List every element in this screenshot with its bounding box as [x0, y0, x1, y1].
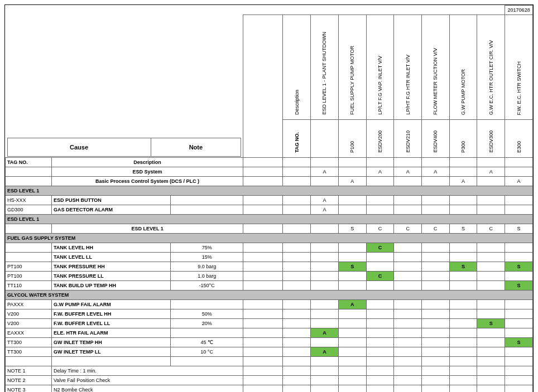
effect-cell: S: [338, 224, 366, 234]
effect-cell: A: [311, 328, 339, 338]
effect-cell: [505, 272, 533, 281]
effect-cell: [394, 347, 422, 357]
effect-cell: A: [422, 167, 450, 177]
eff-desc-5: FLOW METER SUCTION V/V: [422, 15, 450, 120]
effect-cell: [477, 328, 505, 338]
effect-cell: [422, 319, 450, 328]
tag-label: TAG NO.: [6, 158, 52, 167]
eff-desc-8: F.W. E.C. HTR SWITCH: [505, 15, 533, 120]
effect-cell: [477, 366, 505, 376]
effect-cell: A: [311, 347, 339, 357]
effect-cell: [338, 319, 366, 328]
effect-cell: A: [394, 167, 422, 177]
effect-cell: [311, 338, 339, 347]
effect-cell: S: [449, 262, 477, 272]
effect-cell: [311, 253, 339, 262]
effect-cell: [394, 243, 422, 253]
effect-cell: [366, 338, 394, 347]
effect-cell: [283, 196, 311, 205]
effect-cell: [366, 177, 394, 186]
cause-row: TANK LEVEL LL15%: [6, 253, 533, 262]
effect-cell: [394, 262, 422, 272]
cause-row: TT300GW INLET TEMP HH45 ℃S: [6, 338, 533, 347]
effect-cell: [449, 205, 477, 215]
effect-cell: [449, 300, 477, 309]
effect-cell: A: [338, 177, 366, 186]
effect-cell: [422, 385, 450, 393]
effect-cell: [449, 328, 477, 338]
effect-cell: [422, 196, 450, 205]
section-header: ESD LEVEL 1: [6, 186, 533, 196]
effect-cell: [283, 366, 311, 376]
effect-cell: [366, 300, 394, 309]
effect-cell: [394, 328, 422, 338]
eff-tag-1: [311, 120, 339, 158]
cause-row: V200F.W. BUFFER LEVEL LL20%S: [6, 319, 533, 328]
note-row: NOTE 3N2 Bombe Check: [6, 385, 533, 393]
effect-cell: S: [505, 224, 533, 234]
effect-cell: [394, 385, 422, 393]
effect-cell: [505, 376, 533, 385]
effect-cell: A: [311, 196, 339, 205]
effect-cell: [422, 338, 450, 347]
note-row: NOTE 2Valve Fail Position Check: [6, 376, 533, 385]
effect-header-row: Cause Note Description ESD LEVEL 1 - PLA…: [6, 15, 533, 120]
eff-tag-8: E300: [505, 120, 533, 158]
effect-cell: [366, 357, 394, 366]
effect-cell: S: [505, 338, 533, 347]
effect-cell: [422, 253, 450, 262]
eff-desc-4: LP/HT F.G HTR INLET V/V: [394, 15, 422, 120]
eff-tag-3: ESDV200: [366, 120, 394, 158]
effect-cell: [311, 357, 339, 366]
effect-cell: [422, 376, 450, 385]
effect-cell: [505, 196, 533, 205]
effect-cell: [449, 319, 477, 328]
cause-row: PT100TANK PRESSURE LL1.0 bargC: [6, 272, 533, 281]
effect-cell: [422, 262, 450, 272]
effect-cell: [311, 385, 339, 393]
effect-cell: [311, 319, 339, 328]
effect-cell: [311, 177, 339, 186]
effect-cell: [366, 385, 394, 393]
effect-cell: [311, 262, 339, 272]
effect-cell: [422, 328, 450, 338]
effect-cell: [394, 272, 422, 281]
eff-desc-6: G.W PUMP MOTOR: [449, 15, 477, 120]
effect-cell: A: [477, 167, 505, 177]
effect-cell: [283, 309, 311, 319]
effect-cell: [477, 262, 505, 272]
effect-cell: [422, 243, 450, 253]
effect-cell: [449, 281, 477, 291]
effect-cell: [477, 338, 505, 347]
effect-cell: [505, 385, 533, 393]
cause-row: GD300GAS DETECTOR ALARMA: [6, 205, 533, 215]
effect-cell: [477, 253, 505, 262]
effect-cell: [366, 253, 394, 262]
effect-cell: A: [366, 167, 394, 177]
cause-header: Cause: [7, 138, 151, 157]
effect-cell: [338, 167, 366, 177]
effect-cell: [477, 309, 505, 319]
effect-cell: [422, 281, 450, 291]
effect-cell: [477, 272, 505, 281]
effect-cell: [338, 328, 366, 338]
effect-cell: [338, 347, 366, 357]
cause-row: HS-XXXESD PUSH BUTTONA: [6, 196, 533, 205]
effect-cell: [311, 224, 339, 234]
effect-cell: [477, 196, 505, 205]
effect-cell: [311, 309, 339, 319]
effect-cell: [311, 366, 339, 376]
main-table: 20170628 Cause Note Description ESD LEVE…: [5, 5, 533, 392]
effect-cell: [449, 272, 477, 281]
effect-cell: [477, 347, 505, 357]
system-row: Basic Process Control System (DCS / PLC …: [6, 177, 533, 186]
effect-cell: [311, 243, 339, 253]
effect-cell: [366, 281, 394, 291]
effect-cell: [394, 376, 422, 385]
effect-cell: S: [505, 281, 533, 291]
effect-cell: [449, 376, 477, 385]
cause-row: V200F.W. BUFFER LEVEL HH50%: [6, 309, 533, 319]
effect-cell: [505, 357, 533, 366]
effect-cell: [283, 177, 311, 186]
cause-row: TT110TANK BUILD UP TEMP HH-150°CS: [6, 281, 533, 291]
